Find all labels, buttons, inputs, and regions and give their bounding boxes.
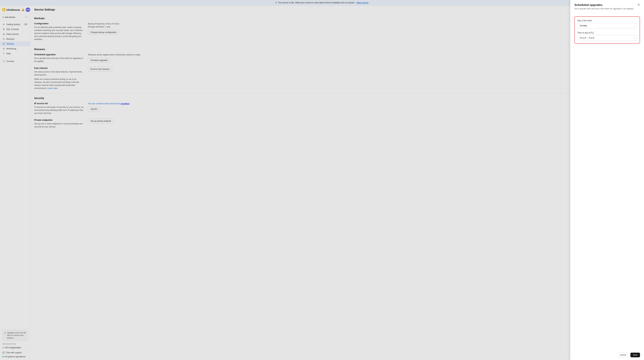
panel-title: Scheduled upgrades (574, 3, 634, 7)
panel-body: Day of the week Sunday Monday Tuesday We… (570, 13, 644, 350)
time-of-day-group: Time of day (UTC) 12 a.m. - 6 a.m. 6 a.m… (578, 32, 637, 40)
time-select-wrapper: 12 a.m. - 6 a.m. 6 a.m. - 12 p.m. 12 p.m… (578, 35, 637, 40)
day-of-week-select[interactable]: Sunday Monday Tuesday Wednesday Thursday… (578, 23, 637, 28)
day-of-week-group: Day of the week Sunday Monday Tuesday We… (578, 19, 637, 28)
cancel-button[interactable]: Cancel (617, 353, 628, 357)
panel-subtitle: Set a specific time and day of the week … (574, 7, 634, 10)
panel-footer: Cancel Save (570, 350, 644, 360)
day-select-wrapper: Sunday Monday Tuesday Wednesday Thursday… (578, 23, 637, 28)
scheduled-upgrades-panel: Scheduled upgrades Set a specific time a… (570, 0, 644, 360)
time-of-day-select[interactable]: 12 a.m. - 6 a.m. 6 a.m. - 12 p.m. 12 p.m… (578, 35, 637, 40)
highlighted-form-section: Day of the week Sunday Monday Tuesday We… (574, 16, 640, 43)
panel-close-button[interactable]: ✕ (638, 3, 640, 6)
time-of-day-label: Time of day (UTC) (578, 32, 637, 34)
save-button[interactable]: Save (630, 353, 640, 357)
panel-header: Scheduled upgrades Set a specific time a… (570, 0, 644, 13)
panel-header-content: Scheduled upgrades Set a specific time a… (574, 3, 634, 10)
day-of-week-label: Day of the week (578, 19, 637, 22)
overlay-backdrop[interactable] (0, 0, 644, 360)
